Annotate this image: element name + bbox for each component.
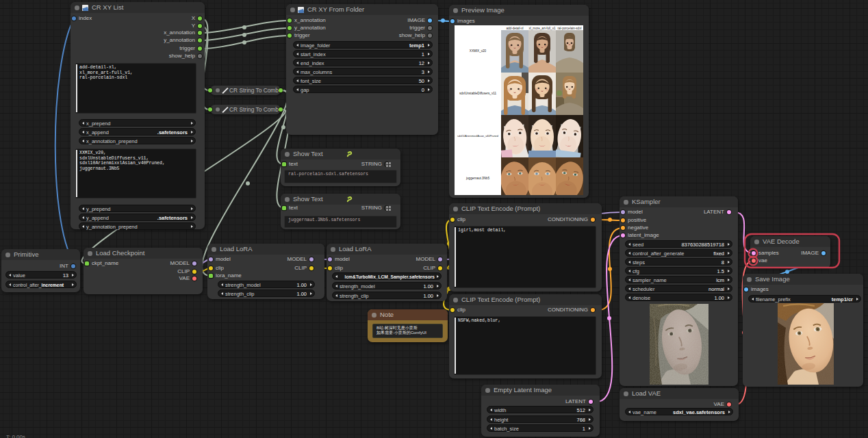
svg-text:sdxlUnstableDiffusers_v11: sdxlUnstableDiffusers_v11	[459, 92, 496, 95]
svg-text:sdxl10ArienmixxlAsian_v40Prune: sdxl10ArienmixxlAsian_v40Pruned	[457, 134, 498, 138]
svg-text:juggernaut.3Nb5: juggernaut.3Nb5	[465, 177, 489, 180]
svg-text:add-detail-xl: add-detail-xl	[506, 27, 523, 30]
svg-text:ral-porcelain-sdxl: ral-porcelain-sdxl	[558, 27, 582, 30]
svg-text:XXMIX_v20: XXMIX_v20	[470, 49, 487, 53]
svg-text:xl_more_art-full_v1: xl_more_art-full_v1	[528, 27, 556, 30]
